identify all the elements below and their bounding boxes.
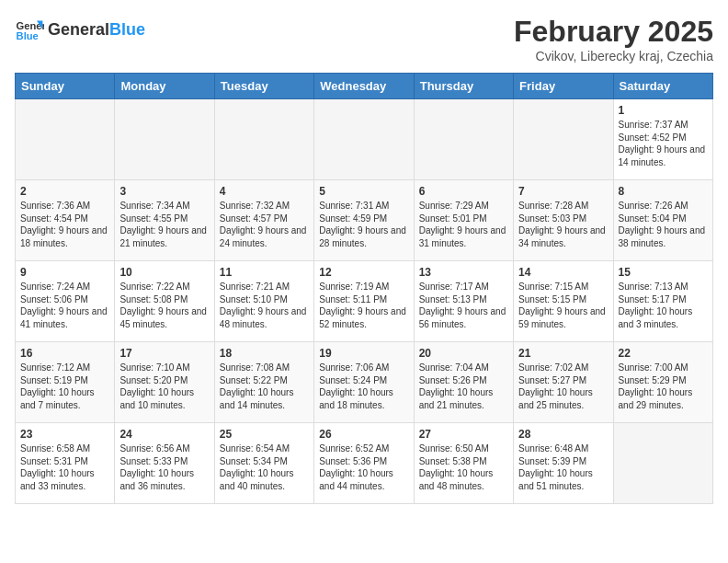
day-number: 15	[619, 266, 708, 279]
calendar-cell: 21Sunrise: 7:02 AM Sunset: 5:27 PM Dayli…	[514, 342, 613, 423]
calendar-cell: 22Sunrise: 7:00 AM Sunset: 5:29 PM Dayli…	[613, 342, 712, 423]
calendar-cell	[613, 423, 712, 504]
day-info: Sunrise: 6:52 AM Sunset: 5:36 PM Dayligh…	[319, 442, 408, 492]
day-info: Sunrise: 7:29 AM Sunset: 5:01 PM Dayligh…	[419, 200, 508, 249]
day-info: Sunrise: 7:13 AM Sunset: 5:17 PM Dayligh…	[619, 281, 708, 330]
calendar-table: SundayMondayTuesdayWednesdayThursdayFrid…	[15, 73, 713, 504]
calendar-cell	[115, 99, 214, 180]
day-info: Sunrise: 7:34 AM Sunset: 4:55 PM Dayligh…	[119, 200, 209, 249]
weekday-header-tuesday: Tuesday	[214, 74, 313, 99]
page-header: General Blue GeneralBlue February 2025 C…	[15, 15, 713, 63]
calendar-cell: 14Sunrise: 7:15 AM Sunset: 5:15 PM Dayli…	[514, 261, 613, 342]
day-info: Sunrise: 7:00 AM Sunset: 5:29 PM Dayligh…	[619, 362, 708, 411]
day-number: 7	[518, 185, 608, 198]
day-number: 28	[518, 428, 608, 441]
week-row-2: 2Sunrise: 7:36 AM Sunset: 4:54 PM Daylig…	[16, 180, 713, 261]
calendar-cell: 11Sunrise: 7:21 AM Sunset: 5:10 PM Dayli…	[214, 261, 313, 342]
calendar-cell: 10Sunrise: 7:22 AM Sunset: 5:08 PM Dayli…	[115, 261, 214, 342]
day-number: 26	[319, 428, 408, 441]
day-number: 19	[319, 347, 408, 360]
calendar-cell: 25Sunrise: 6:54 AM Sunset: 5:34 PM Dayli…	[214, 423, 313, 504]
day-info: Sunrise: 7:10 AM Sunset: 5:20 PM Dayligh…	[119, 362, 209, 411]
day-number: 16	[20, 347, 109, 360]
weekday-header-friday: Friday	[514, 74, 613, 99]
calendar-cell: 20Sunrise: 7:04 AM Sunset: 5:26 PM Dayli…	[414, 342, 513, 423]
calendar-cell	[214, 99, 313, 180]
day-info: Sunrise: 6:48 AM Sunset: 5:39 PM Dayligh…	[518, 442, 608, 492]
day-info: Sunrise: 7:04 AM Sunset: 5:26 PM Dayligh…	[419, 362, 508, 411]
day-number: 20	[419, 347, 508, 360]
day-number: 13	[419, 266, 508, 279]
day-info: Sunrise: 7:32 AM Sunset: 4:57 PM Dayligh…	[220, 200, 309, 249]
day-info: Sunrise: 6:56 AM Sunset: 5:33 PM Dayligh…	[119, 442, 209, 492]
weekday-header-monday: Monday	[115, 74, 214, 99]
day-info: Sunrise: 7:17 AM Sunset: 5:13 PM Dayligh…	[419, 281, 508, 330]
day-number: 21	[518, 347, 608, 360]
calendar-cell: 19Sunrise: 7:06 AM Sunset: 5:24 PM Dayli…	[314, 342, 414, 423]
day-number: 9	[20, 266, 109, 279]
day-number: 8	[619, 185, 708, 198]
calendar-cell	[314, 99, 414, 180]
day-number: 12	[319, 266, 408, 279]
day-info: Sunrise: 7:28 AM Sunset: 5:03 PM Dayligh…	[518, 200, 608, 249]
day-info: Sunrise: 7:12 AM Sunset: 5:19 PM Dayligh…	[20, 362, 109, 411]
calendar-cell: 13Sunrise: 7:17 AM Sunset: 5:13 PM Dayli…	[414, 261, 513, 342]
calendar-cell	[414, 99, 513, 180]
week-row-1: 1Sunrise: 7:37 AM Sunset: 4:52 PM Daylig…	[16, 99, 713, 180]
day-number: 3	[119, 185, 209, 198]
day-info: Sunrise: 7:02 AM Sunset: 5:27 PM Dayligh…	[518, 362, 608, 411]
calendar-cell: 2Sunrise: 7:36 AM Sunset: 4:54 PM Daylig…	[16, 180, 115, 261]
calendar-cell: 12Sunrise: 7:19 AM Sunset: 5:11 PM Dayli…	[314, 261, 414, 342]
month-title: February 2025	[514, 15, 713, 49]
day-number: 18	[220, 347, 309, 360]
day-number: 5	[319, 185, 408, 198]
calendar-cell: 23Sunrise: 6:58 AM Sunset: 5:31 PM Dayli…	[16, 423, 115, 504]
calendar-cell: 6Sunrise: 7:29 AM Sunset: 5:01 PM Daylig…	[414, 180, 513, 261]
day-info: Sunrise: 7:19 AM Sunset: 5:11 PM Dayligh…	[319, 281, 408, 330]
week-row-4: 16Sunrise: 7:12 AM Sunset: 5:19 PM Dayli…	[16, 342, 713, 423]
calendar-cell: 1Sunrise: 7:37 AM Sunset: 4:52 PM Daylig…	[613, 99, 712, 180]
calendar-cell: 5Sunrise: 7:31 AM Sunset: 4:59 PM Daylig…	[314, 180, 414, 261]
day-number: 25	[220, 428, 309, 441]
day-number: 23	[20, 428, 109, 441]
day-info: Sunrise: 7:06 AM Sunset: 5:24 PM Dayligh…	[319, 362, 408, 411]
title-block: February 2025 Cvikov, Liberecky kraj, Cz…	[514, 15, 713, 63]
day-info: Sunrise: 7:31 AM Sunset: 4:59 PM Dayligh…	[319, 200, 408, 249]
calendar-cell: 28Sunrise: 6:48 AM Sunset: 5:39 PM Dayli…	[514, 423, 613, 504]
day-info: Sunrise: 7:36 AM Sunset: 4:54 PM Dayligh…	[20, 200, 109, 249]
week-row-3: 9Sunrise: 7:24 AM Sunset: 5:06 PM Daylig…	[16, 261, 713, 342]
day-info: Sunrise: 7:26 AM Sunset: 5:04 PM Dayligh…	[619, 200, 708, 249]
logo: General Blue GeneralBlue	[15, 15, 145, 44]
weekday-header-saturday: Saturday	[613, 74, 712, 99]
calendar-cell: 3Sunrise: 7:34 AM Sunset: 4:55 PM Daylig…	[115, 180, 214, 261]
day-info: Sunrise: 7:22 AM Sunset: 5:08 PM Dayligh…	[119, 281, 209, 330]
day-info: Sunrise: 7:08 AM Sunset: 5:22 PM Dayligh…	[220, 362, 309, 411]
day-number: 10	[119, 266, 209, 279]
calendar-cell	[16, 99, 115, 180]
day-info: Sunrise: 7:24 AM Sunset: 5:06 PM Dayligh…	[20, 281, 109, 330]
calendar-cell: 17Sunrise: 7:10 AM Sunset: 5:20 PM Dayli…	[115, 342, 214, 423]
calendar-cell: 24Sunrise: 6:56 AM Sunset: 5:33 PM Dayli…	[115, 423, 214, 504]
day-number: 24	[119, 428, 209, 441]
weekday-header-sunday: Sunday	[16, 74, 115, 99]
day-info: Sunrise: 7:37 AM Sunset: 4:52 PM Dayligh…	[619, 119, 708, 168]
day-number: 22	[619, 347, 708, 360]
day-number: 27	[419, 428, 508, 441]
calendar-cell: 27Sunrise: 6:50 AM Sunset: 5:38 PM Dayli…	[414, 423, 513, 504]
day-info: Sunrise: 7:21 AM Sunset: 5:10 PM Dayligh…	[220, 281, 309, 330]
calendar-cell: 8Sunrise: 7:26 AM Sunset: 5:04 PM Daylig…	[613, 180, 712, 261]
calendar-cell: 4Sunrise: 7:32 AM Sunset: 4:57 PM Daylig…	[214, 180, 313, 261]
logo-icon: General Blue	[15, 15, 44, 44]
calendar-cell: 9Sunrise: 7:24 AM Sunset: 5:06 PM Daylig…	[16, 261, 115, 342]
day-number: 1	[619, 104, 708, 117]
calendar-cell: 16Sunrise: 7:12 AM Sunset: 5:19 PM Dayli…	[16, 342, 115, 423]
day-number: 6	[419, 185, 508, 198]
location: Cvikov, Liberecky kraj, Czechia	[514, 49, 713, 63]
calendar-cell: 15Sunrise: 7:13 AM Sunset: 5:17 PM Dayli…	[613, 261, 712, 342]
weekday-header-row: SundayMondayTuesdayWednesdayThursdayFrid…	[16, 74, 713, 99]
svg-text:Blue: Blue	[17, 30, 39, 41]
calendar-cell: 18Sunrise: 7:08 AM Sunset: 5:22 PM Dayli…	[214, 342, 313, 423]
day-info: Sunrise: 7:15 AM Sunset: 5:15 PM Dayligh…	[518, 281, 608, 330]
day-info: Sunrise: 6:58 AM Sunset: 5:31 PM Dayligh…	[20, 442, 109, 492]
weekday-header-wednesday: Wednesday	[314, 74, 414, 99]
